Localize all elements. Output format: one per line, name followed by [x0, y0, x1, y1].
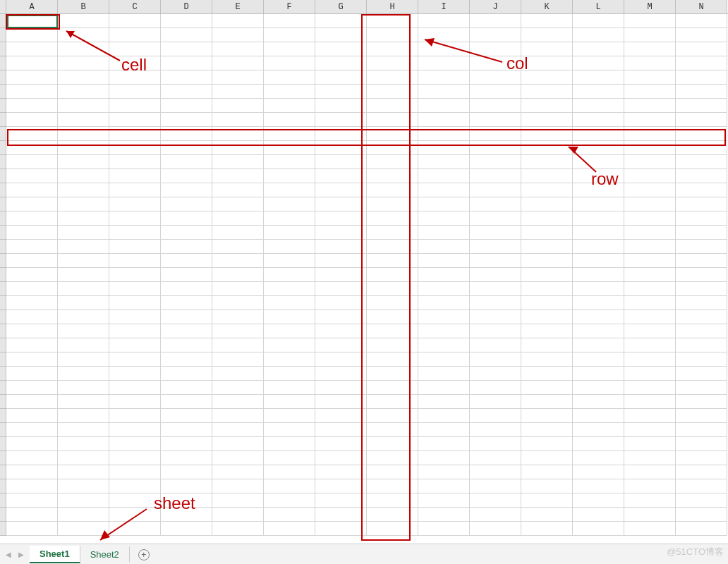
cell[interactable] [161, 338, 212, 352]
cell[interactable] [264, 352, 315, 367]
cell[interactable] [212, 296, 264, 310]
cell[interactable] [161, 437, 212, 451]
cell[interactable] [418, 522, 470, 536]
cell[interactable] [418, 183, 470, 197]
cell[interactable] [624, 465, 676, 479]
cell[interactable] [676, 282, 727, 296]
cell[interactable] [521, 99, 573, 113]
cell[interactable] [161, 479, 212, 494]
cell[interactable] [109, 395, 161, 409]
cell[interactable] [573, 282, 624, 296]
cell[interactable] [315, 226, 367, 240]
cell[interactable] [264, 282, 315, 296]
cell[interactable] [573, 310, 624, 324]
cell[interactable] [676, 42, 727, 56]
cell[interactable] [315, 56, 367, 70]
cell[interactable] [212, 268, 264, 282]
cell[interactable] [418, 451, 470, 465]
cell[interactable] [58, 169, 109, 183]
cell[interactable] [109, 423, 161, 437]
row-header[interactable] [0, 42, 6, 56]
cell[interactable] [109, 310, 161, 324]
cell[interactable] [676, 508, 727, 522]
cell[interactable] [212, 14, 264, 28]
cell[interactable] [58, 183, 109, 197]
cell[interactable] [470, 254, 521, 268]
cell[interactable] [676, 451, 727, 465]
cell[interactable] [58, 212, 109, 226]
cell[interactable] [264, 113, 315, 127]
cell[interactable] [573, 324, 624, 338]
cell[interactable] [470, 367, 521, 381]
row-header[interactable] [0, 494, 6, 508]
cell[interactable] [573, 381, 624, 395]
cell[interactable] [6, 423, 58, 437]
cell[interactable] [676, 437, 727, 451]
cell[interactable] [264, 296, 315, 310]
cell[interactable] [6, 522, 58, 536]
cell[interactable] [264, 338, 315, 352]
row-header[interactable] [0, 465, 6, 479]
cell[interactable] [676, 367, 727, 381]
cell[interactable] [521, 494, 573, 508]
cell[interactable] [624, 169, 676, 183]
cell[interactable] [6, 494, 58, 508]
cell[interactable] [676, 254, 727, 268]
cell[interactable] [624, 226, 676, 240]
cell[interactable] [676, 56, 727, 70]
cell[interactable] [418, 409, 470, 423]
cell[interactable] [264, 254, 315, 268]
row-header[interactable] [0, 155, 6, 169]
cell[interactable] [521, 85, 573, 99]
cell[interactable] [470, 494, 521, 508]
column-header[interactable]: E [212, 0, 264, 13]
cell[interactable] [676, 183, 727, 197]
cell[interactable] [109, 367, 161, 381]
cell[interactable] [418, 212, 470, 226]
cell[interactable] [6, 465, 58, 479]
cell[interactable] [161, 56, 212, 70]
cell[interactable] [58, 465, 109, 479]
cell[interactable] [676, 310, 727, 324]
cell[interactable] [676, 352, 727, 367]
cell[interactable] [212, 169, 264, 183]
cell[interactable] [315, 508, 367, 522]
cell[interactable] [212, 183, 264, 197]
cell[interactable] [573, 85, 624, 99]
cell[interactable] [161, 169, 212, 183]
row-header[interactable] [0, 451, 6, 465]
row-header[interactable] [0, 367, 6, 381]
cell[interactable] [109, 85, 161, 99]
cell[interactable] [418, 85, 470, 99]
cell[interactable] [161, 28, 212, 42]
cell[interactable] [418, 352, 470, 367]
cell[interactable] [264, 508, 315, 522]
cell[interactable] [573, 113, 624, 127]
cell[interactable] [109, 465, 161, 479]
cell[interactable] [573, 423, 624, 437]
cell[interactable] [6, 99, 58, 113]
cell[interactable] [161, 254, 212, 268]
cell[interactable] [212, 437, 264, 451]
cell[interactable] [161, 282, 212, 296]
cell[interactable] [109, 352, 161, 367]
cell[interactable] [6, 508, 58, 522]
cell[interactable] [470, 465, 521, 479]
cell[interactable] [264, 437, 315, 451]
cell[interactable] [264, 240, 315, 254]
cell[interactable] [264, 197, 315, 212]
cell[interactable] [521, 338, 573, 352]
cell[interactable] [418, 494, 470, 508]
cell[interactable] [58, 395, 109, 409]
cell[interactable] [212, 155, 264, 169]
cell[interactable] [161, 423, 212, 437]
column-header[interactable]: M [624, 0, 676, 13]
cell[interactable] [521, 268, 573, 282]
cell[interactable] [264, 183, 315, 197]
column-header[interactable]: D [161, 0, 212, 13]
cell[interactable] [6, 28, 58, 42]
cell[interactable] [6, 451, 58, 465]
cell[interactable] [315, 183, 367, 197]
cell[interactable] [315, 282, 367, 296]
cell[interactable] [264, 381, 315, 395]
